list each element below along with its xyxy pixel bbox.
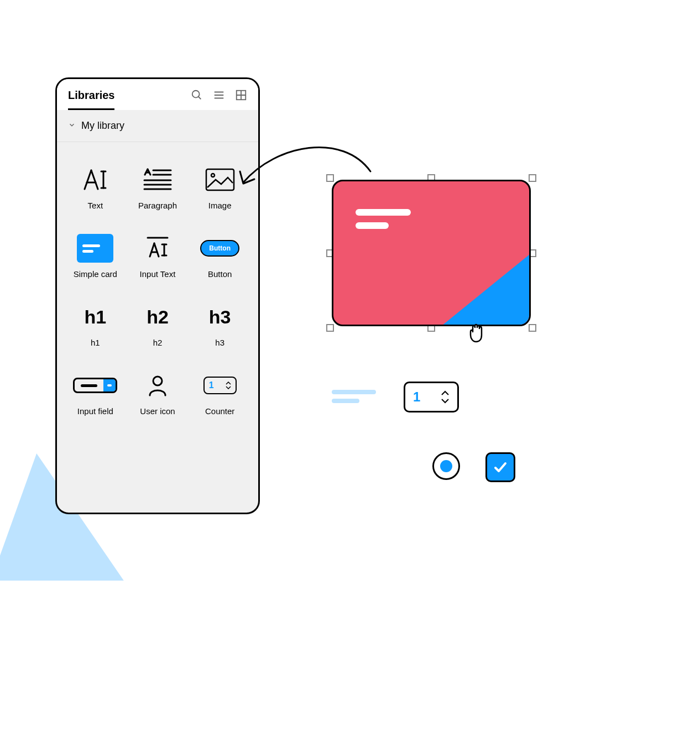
component-counter[interactable]: 1 Counter: [191, 370, 248, 416]
component-paragraph[interactable]: Paragraph: [129, 164, 186, 211]
component-user-icon[interactable]: User icon: [129, 370, 186, 416]
image-icon: [205, 164, 236, 195]
svg-line-8: [85, 170, 91, 189]
component-label: Counter: [205, 406, 234, 416]
svg-line-9: [91, 170, 98, 189]
search-icon[interactable]: [191, 89, 203, 103]
component-label: Simple card: [74, 269, 117, 279]
grab-cursor-icon: [467, 321, 487, 343]
button-icon: Button: [200, 233, 239, 264]
user-icon: [148, 370, 168, 401]
counter-value: 1: [413, 389, 420, 405]
h1-icon: h1: [84, 301, 106, 332]
list-view-icon[interactable]: [213, 89, 225, 103]
component-h2[interactable]: h2 h2: [129, 301, 186, 348]
card-instance[interactable]: [332, 180, 531, 326]
component-h1[interactable]: h1 h1: [67, 301, 124, 348]
chevron-down-icon[interactable]: [441, 398, 450, 404]
section-label: My library: [81, 120, 124, 132]
component-label: Paragraph: [138, 201, 177, 211]
svg-point-0: [192, 91, 200, 98]
component-label: Button: [208, 269, 232, 279]
svg-line-25: [150, 243, 154, 257]
svg-point-23: [211, 174, 215, 177]
component-button[interactable]: Button Button: [191, 233, 248, 279]
input-field-icon: [73, 370, 117, 401]
component-label: Input Text: [140, 269, 176, 279]
component-label: Input field: [77, 406, 113, 416]
component-label: User icon: [140, 406, 175, 416]
text-icon: [80, 164, 110, 195]
component-simple-card[interactable]: Simple card: [67, 233, 124, 279]
libraries-panel: Libraries My library: [55, 77, 260, 514]
svg-point-31: [153, 377, 162, 385]
resize-handle-se[interactable]: [529, 324, 536, 332]
grid-view-icon[interactable]: [235, 89, 247, 103]
h2-icon: h2: [147, 301, 169, 332]
panel-header: Libraries: [57, 79, 258, 110]
check-icon: [492, 459, 509, 476]
chevron-up-icon[interactable]: [441, 390, 450, 396]
canvas-checkbox-instance[interactable]: [485, 452, 515, 482]
resize-handle-sw[interactable]: [326, 324, 334, 332]
resize-handle-nw[interactable]: [326, 174, 334, 182]
canvas-text-placeholder: [332, 390, 376, 403]
components-grid: Text Paragraph Image: [57, 142, 258, 438]
paragraph-icon: [143, 164, 172, 195]
component-label: h2: [153, 338, 163, 348]
h3-icon: h3: [209, 301, 231, 332]
component-text[interactable]: Text: [67, 164, 124, 211]
component-label: Image: [208, 201, 232, 211]
canvas-radio-instance[interactable]: [432, 452, 460, 480]
svg-line-26: [154, 243, 159, 257]
component-label: h3: [215, 338, 224, 348]
card-text-lines: [356, 209, 411, 229]
resize-handle-ne[interactable]: [529, 174, 536, 182]
component-input-field[interactable]: Input field: [67, 370, 124, 416]
radio-dot: [440, 460, 452, 472]
library-section-my-library[interactable]: My library: [57, 110, 258, 142]
input-text-icon: [144, 233, 171, 264]
svg-line-1: [198, 97, 201, 100]
counter-icon: 1: [203, 370, 237, 401]
component-input-text[interactable]: Input Text: [129, 233, 186, 279]
component-label: h1: [91, 338, 100, 348]
component-h3[interactable]: h3 h3: [191, 301, 248, 348]
tab-libraries[interactable]: Libraries: [68, 89, 114, 110]
simple-card-icon: [77, 233, 113, 264]
chevron-down-icon: [68, 120, 76, 132]
canvas-counter-instance[interactable]: 1: [404, 382, 459, 412]
card-accent: [442, 254, 530, 326]
canvas-selected-card[interactable]: [326, 174, 536, 332]
component-label: Text: [88, 201, 103, 211]
